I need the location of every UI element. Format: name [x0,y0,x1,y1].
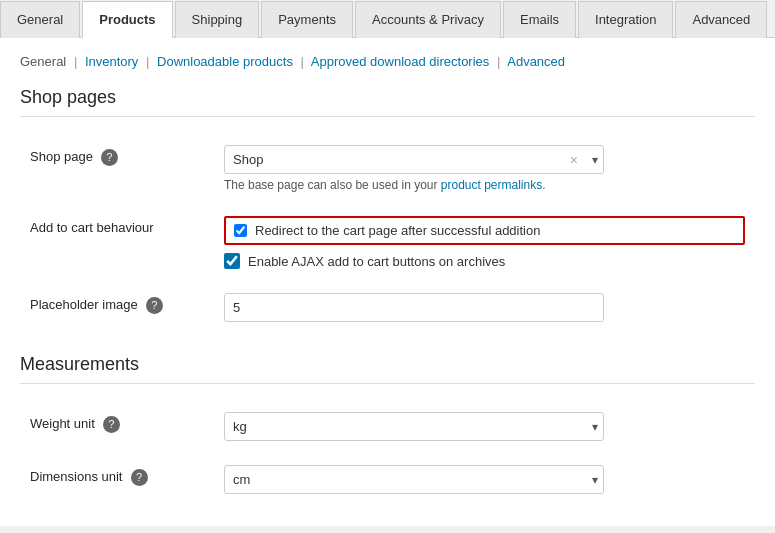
shop-page-row: Shop page ? Shop × ▾ The base page can a… [20,133,755,204]
shop-page-select-wrapper: Shop × ▾ [224,145,604,174]
measurements-table: Weight unit ? kg g lbs oz ▾ [20,400,755,506]
shop-page-label: Shop page [30,149,93,164]
tab-payments[interactable]: Payments [261,1,353,38]
dimensions-unit-label: Dimensions unit [30,469,123,484]
tab-products[interactable]: Products [82,1,172,38]
weight-unit-select[interactable]: kg g lbs oz [224,412,604,441]
tab-integration[interactable]: Integration [578,1,673,38]
weight-unit-label: Weight unit [30,416,95,431]
measurements-heading: Measurements [20,354,755,384]
placeholder-image-input[interactable] [224,293,604,322]
dimensions-unit-row: Dimensions unit ? cm m mm in yd ▾ [20,453,755,506]
shop-page-clear-icon[interactable]: × [570,152,578,168]
ajax-checkbox-item: Enable AJAX add to cart buttons on archi… [224,253,745,269]
sep3: | [301,54,304,69]
placeholder-image-label: Placeholder image [30,297,138,312]
add-to-cart-checkboxes: Redirect to the cart page after successf… [224,216,745,269]
tabs-bar: GeneralProductsShippingPaymentsAccounts … [0,0,775,38]
weight-unit-row: Weight unit ? kg g lbs oz ▾ [20,400,755,453]
dimensions-unit-select-wrapper: cm m mm in yd ▾ [224,465,604,494]
subnav-inventory[interactable]: Inventory [85,54,138,69]
tab-shipping[interactable]: Shipping [175,1,260,38]
add-to-cart-label: Add to cart behaviour [30,220,154,235]
tab-advanced[interactable]: Advanced [675,1,767,38]
redirect-checkbox-highlight: Redirect to the cart page after successf… [224,216,745,245]
subnav-current: General [20,54,66,69]
product-permalinks-link[interactable]: product permalinks. [441,178,546,192]
sub-nav: General | Inventory | Downloadable produ… [20,54,755,69]
shop-pages-heading: Shop pages [20,87,755,117]
tab-general[interactable]: General [0,1,80,38]
shop-page-helper: The base page can also be used in your p… [224,178,745,192]
subnav-downloadable[interactable]: Downloadable products [157,54,293,69]
weight-unit-select-wrapper: kg g lbs oz ▾ [224,412,604,441]
redirect-checkbox[interactable] [234,224,247,237]
tab-accounts-privacy[interactable]: Accounts & Privacy [355,1,501,38]
tab-emails[interactable]: Emails [503,1,576,38]
content-area: General | Inventory | Downloadable produ… [0,38,775,526]
shop-page-select[interactable]: Shop [224,145,604,174]
sep2: | [146,54,149,69]
placeholder-image-help-icon[interactable]: ? [146,297,163,314]
sep1: | [74,54,77,69]
add-to-cart-row: Add to cart behaviour Redirect to the ca… [20,204,755,281]
redirect-checkbox-label: Redirect to the cart page after successf… [255,223,540,238]
ajax-checkbox-label: Enable AJAX add to cart buttons on archi… [248,254,505,269]
sep4: | [497,54,500,69]
ajax-checkbox[interactable] [224,253,240,269]
placeholder-image-row: Placeholder image ? [20,281,755,334]
dimensions-unit-help-icon[interactable]: ? [131,469,148,486]
subnav-advanced[interactable]: Advanced [507,54,565,69]
weight-unit-help-icon[interactable]: ? [103,416,120,433]
shop-pages-table: Shop page ? Shop × ▾ The base page can a… [20,133,755,334]
subnav-approved-dirs[interactable]: Approved download directories [311,54,490,69]
shop-page-help-icon[interactable]: ? [101,149,118,166]
dimensions-unit-select[interactable]: cm m mm in yd [224,465,604,494]
